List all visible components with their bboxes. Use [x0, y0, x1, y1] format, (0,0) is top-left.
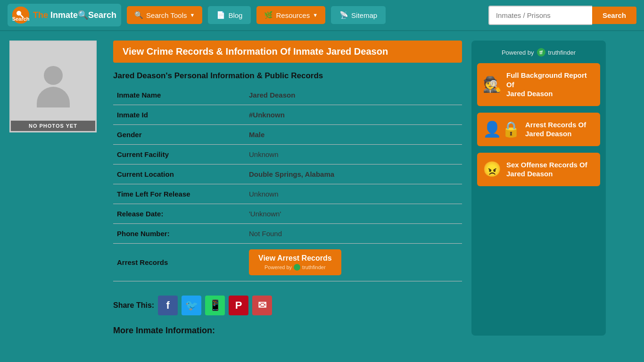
silhouette-body	[37, 87, 70, 107]
powered-by-header: Powered by tf truthfinder	[477, 48, 600, 57]
search-bar: Search	[488, 6, 636, 25]
chevron-down-icon-resources: ▼	[313, 12, 318, 18]
field-label: Current Facility	[113, 145, 245, 165]
no-photo-label: NO PHOTOS YET	[11, 121, 95, 131]
sidebar: Powered by tf truthfinder 🕵️ Full Backgr…	[471, 41, 606, 336]
field-label: Current Location	[113, 165, 245, 184]
twitter-share-button[interactable]: 🐦	[182, 296, 201, 315]
sitemap-icon: 📡	[339, 11, 348, 19]
blog-label: Blog	[228, 11, 242, 19]
powered-by-text: Powered by	[502, 49, 534, 56]
view-arrest-records-button[interactable]: View Arrest RecordsPowered by truthfinde…	[249, 249, 341, 275]
section-subtitle: Jared Deason's Personal Information & Pu…	[113, 71, 462, 81]
search-tools-button[interactable]: 🔍 Search Tools ▼	[127, 6, 202, 24]
logo-text: The Inmate🔍Search	[33, 10, 116, 20]
chevron-down-icon: ▼	[190, 12, 195, 18]
table-row: Inmate Id#Unknown	[113, 105, 462, 125]
search-input[interactable]	[488, 6, 592, 25]
whatsapp-share-button[interactable]: 📱	[205, 296, 225, 315]
truthfinder-dot-icon	[294, 264, 300, 271]
main-content: NO PHOTOS YET View Crime Records & Infor…	[0, 31, 644, 345]
photo-column: NO PHOTOS YET	[9, 41, 104, 336]
resources-button[interactable]: 🌿 Resources ▼	[256, 6, 325, 24]
table-row: Time Left For ReleaseUnknown	[113, 184, 462, 204]
arrest-records-icon: 👤🔒	[483, 120, 520, 138]
field-value: Male	[245, 125, 462, 145]
more-info-title: More Inmate Information:	[113, 326, 462, 336]
table-row: Arrest RecordsView Arrest RecordsPowered…	[113, 244, 462, 281]
inmate-info-table: Inmate NameJared DeasonInmate Id#Unknown…	[113, 85, 462, 281]
field-label: Inmate Id	[113, 105, 245, 125]
truthfinder-logo-icon: tf	[537, 48, 545, 57]
background-report-icon: 🕵️	[483, 75, 502, 93]
table-row: Current FacilityUnknown	[113, 145, 462, 165]
silhouette-head	[44, 66, 63, 85]
photo-box: NO PHOTOS YET	[9, 41, 97, 132]
search-tools-label: Search Tools	[146, 11, 187, 19]
arrest-records-cell: View Arrest RecordsPowered by truthfinde…	[245, 244, 462, 281]
full-background-report-button[interactable]: 🕵️ Full Background Report OfJared Deason	[477, 63, 600, 106]
truthfinder-label: truthfinder	[548, 49, 576, 56]
table-row: GenderMale	[113, 125, 462, 145]
table-row: Inmate NameJared Deason	[113, 85, 462, 105]
field-label: Time Left For Release	[113, 184, 245, 204]
blog-button[interactable]: 📄 Blog	[208, 6, 251, 24]
email-share-button[interactable]: ✉	[252, 296, 272, 315]
sex-offense-btn-text: Sex Offense Records OfJared Deason	[506, 160, 587, 179]
field-label: Gender	[113, 125, 245, 145]
field-label: Inmate Name	[113, 85, 245, 105]
field-value: Unknown	[245, 184, 462, 204]
powered-by-sub: Powered by truthfinder	[264, 264, 326, 273]
field-value: #Unknown	[245, 105, 462, 125]
sitemap-label: Sitemap	[351, 11, 377, 19]
field-value: 'Unknown'	[245, 204, 462, 224]
resources-icon: 🌿	[264, 11, 273, 19]
field-label: Release Date:	[113, 204, 245, 224]
search-button[interactable]: Search	[592, 7, 636, 24]
blog-icon: 📄	[216, 11, 225, 19]
header: Search The Inmate🔍Search 🔍 Search Tools …	[0, 0, 644, 31]
share-label: Share This:	[113, 301, 154, 310]
table-row: Phone Number:Not Found	[113, 224, 462, 244]
pinterest-share-button[interactable]: P	[229, 296, 248, 315]
table-row: Current LocationDouble Springs, Alabama	[113, 165, 462, 184]
logo[interactable]: Search The Inmate🔍Search	[8, 4, 121, 26]
svg-text:Search: Search	[12, 16, 29, 22]
field-value: Jared Deason	[245, 85, 462, 105]
search-tools-icon: 🔍	[134, 11, 143, 19]
arrest-records-btn-text: Arrest Records OfJared Deason	[525, 120, 586, 139]
full-background-btn-text: Full Background Report OfJared Deason	[506, 71, 594, 99]
field-value: Double Springs, Alabama	[245, 165, 462, 184]
logo-icon: Search	[12, 7, 29, 24]
sex-offense-records-button[interactable]: 😠 Sex Offense Records OfJared Deason	[477, 153, 600, 186]
field-label: Phone Number:	[113, 224, 245, 244]
field-value: Unknown	[245, 145, 462, 165]
share-section: Share This: f 🐦 📱 P ✉	[113, 296, 462, 315]
sex-offense-icon: 😠	[483, 160, 502, 178]
page-title-banner: View Crime Records & Information Of Inma…	[113, 41, 462, 63]
search-button-label: Search	[603, 11, 626, 19]
info-column: View Crime Records & Information Of Inma…	[113, 41, 462, 336]
facebook-share-button[interactable]: f	[158, 296, 178, 315]
view-arrest-btn-text: View Arrest Records	[258, 254, 332, 263]
resources-label: Resources	[276, 11, 310, 19]
page-title: View Crime Records & Information Of Inma…	[123, 46, 388, 57]
arrest-records-label: Arrest Records	[113, 244, 245, 281]
arrest-records-button[interactable]: 👤🔒 Arrest Records OfJared Deason	[477, 113, 600, 146]
sitemap-button[interactable]: 📡 Sitemap	[331, 6, 386, 24]
field-value: Not Found	[245, 224, 462, 244]
table-row: Release Date:'Unknown'	[113, 204, 462, 224]
